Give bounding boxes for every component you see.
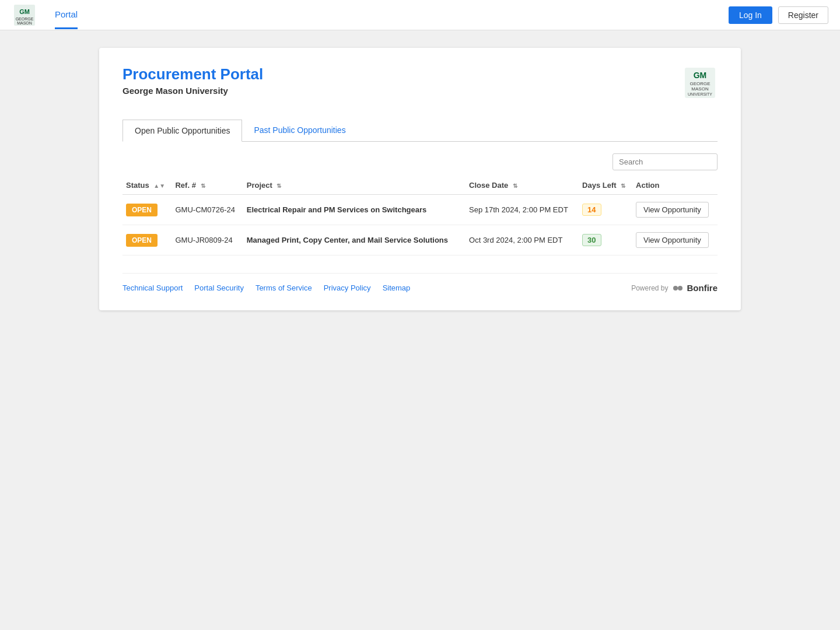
- portal-header: Procurement Portal George Mason Universi…: [123, 65, 718, 102]
- view-opportunity-button[interactable]: View Opportunity: [636, 232, 709, 248]
- svg-text:MASON: MASON: [17, 21, 32, 25]
- cell-project: Electrical Repair and PM Services on Swi…: [243, 195, 466, 225]
- svg-text:UNIVERSITY: UNIVERSITY: [688, 92, 712, 96]
- col-ref: Ref. # ⇅: [172, 176, 243, 195]
- col-close-date: Close Date ⇅: [466, 176, 579, 195]
- sort-days-icon[interactable]: ⇅: [621, 183, 625, 189]
- col-days-label: Days Left: [582, 181, 617, 190]
- footer-sitemap[interactable]: Sitemap: [383, 284, 411, 292]
- portal-footer: Technical Support Portal Security Terms …: [123, 273, 718, 293]
- login-button[interactable]: Log In: [729, 6, 772, 24]
- gmu-logo-corner-area: GM GEORGE MASON UNIVERSITY: [682, 65, 718, 102]
- table-header: Status ▲▼ Ref. # ⇅ Project ⇅ Close Date …: [123, 176, 718, 195]
- portal-title: Procurement Portal: [123, 65, 263, 83]
- nav-right: Log In Register: [729, 6, 828, 24]
- col-status: Status ▲▼: [123, 176, 172, 195]
- footer-terms-of-service[interactable]: Terms of Service: [256, 284, 312, 292]
- svg-text:GEORGE: GEORGE: [690, 81, 710, 86]
- main-content: Procurement Portal George Mason Universi…: [99, 48, 741, 310]
- tab-past-opportunities[interactable]: Past Public Opportunities: [242, 120, 357, 142]
- svg-text:GM: GM: [19, 8, 30, 15]
- powered-by-section: Powered by Bonfire: [631, 283, 718, 293]
- tabs-container: Open Public Opportunities Past Public Op…: [123, 120, 718, 142]
- cell-ref: GMU-CM0726-24: [172, 195, 243, 225]
- sort-status-icon[interactable]: ▲▼: [153, 183, 165, 189]
- cell-ref: GMU-JR0809-24: [172, 225, 243, 256]
- cell-days-left: 30: [579, 225, 632, 256]
- days-left-badge: 14: [582, 204, 601, 216]
- cell-days-left: 14: [579, 195, 632, 225]
- gmu-logo-nav: GM GEORGE MASON: [12, 2, 37, 28]
- svg-text:MASON: MASON: [691, 86, 709, 92]
- col-action-label: Action: [636, 181, 659, 190]
- portal-title-area: Procurement Portal George Mason Universi…: [123, 65, 263, 96]
- search-area: [123, 153, 718, 170]
- col-project: Project ⇅: [243, 176, 466, 195]
- cell-status: OPEN: [123, 195, 172, 225]
- powered-by-text: Powered by: [631, 284, 668, 292]
- status-badge: OPEN: [126, 204, 158, 216]
- col-action: Action: [632, 176, 718, 195]
- svg-point-11: [673, 286, 678, 290]
- logo-area: GM GEORGE MASON: [12, 2, 37, 28]
- bonfire-brand: Bonfire: [687, 283, 718, 293]
- col-ref-label: Ref. #: [175, 181, 195, 190]
- days-left-badge: 30: [582, 234, 601, 246]
- sort-project-icon[interactable]: ⇅: [276, 183, 281, 189]
- table-row: OPENGMU-CM0726-24Electrical Repair and P…: [123, 195, 718, 225]
- svg-text:GM: GM: [694, 71, 707, 80]
- view-opportunity-button[interactable]: View Opportunity: [636, 202, 709, 218]
- top-navigation: GM GEORGE MASON Portal Log In Register: [0, 0, 840, 30]
- portal-subtitle: George Mason University: [123, 86, 263, 96]
- cell-close-date: Oct 3rd 2024, 2:00 PM EDT: [466, 225, 579, 256]
- search-input[interactable]: [612, 153, 718, 170]
- bonfire-icon: [672, 284, 684, 293]
- col-close-date-label: Close Date: [469, 181, 508, 190]
- footer-technical-support[interactable]: Technical Support: [123, 284, 183, 292]
- cell-project: Managed Print, Copy Center, and Mail Ser…: [243, 225, 466, 256]
- svg-text:GEORGE: GEORGE: [16, 17, 34, 21]
- cell-action: View Opportunity: [632, 195, 718, 225]
- bonfire-logo-icon: [672, 284, 684, 293]
- sort-ref-icon[interactable]: ⇅: [201, 183, 205, 189]
- status-badge: OPEN: [126, 234, 158, 247]
- footer-privacy-policy[interactable]: Privacy Policy: [324, 284, 371, 292]
- cell-action: View Opportunity: [632, 225, 718, 256]
- opportunities-table: Status ▲▼ Ref. # ⇅ Project ⇅ Close Date …: [123, 176, 718, 256]
- col-days-left: Days Left ⇅: [579, 176, 632, 195]
- table-row: OPENGMU-JR0809-24Managed Print, Copy Cen…: [123, 225, 718, 256]
- gmu-logo-corner: GM GEORGE MASON UNIVERSITY: [682, 65, 718, 100]
- cell-close-date: Sep 17th 2024, 2:00 PM EDT: [466, 195, 579, 225]
- register-button[interactable]: Register: [778, 6, 828, 24]
- tab-open-opportunities[interactable]: Open Public Opportunities: [123, 120, 242, 142]
- footer-links: Technical Support Portal Security Terms …: [123, 284, 410, 292]
- svg-point-12: [678, 286, 682, 290]
- table-body: OPENGMU-CM0726-24Electrical Repair and P…: [123, 195, 718, 256]
- footer-portal-security[interactable]: Portal Security: [194, 284, 244, 292]
- cell-status: OPEN: [123, 225, 172, 256]
- portal-nav-link[interactable]: Portal: [55, 9, 78, 29]
- col-status-label: Status: [126, 181, 149, 190]
- nav-left: GM GEORGE MASON Portal: [12, 1, 78, 29]
- col-project-label: Project: [247, 181, 272, 190]
- sort-date-icon[interactable]: ⇅: [513, 183, 517, 189]
